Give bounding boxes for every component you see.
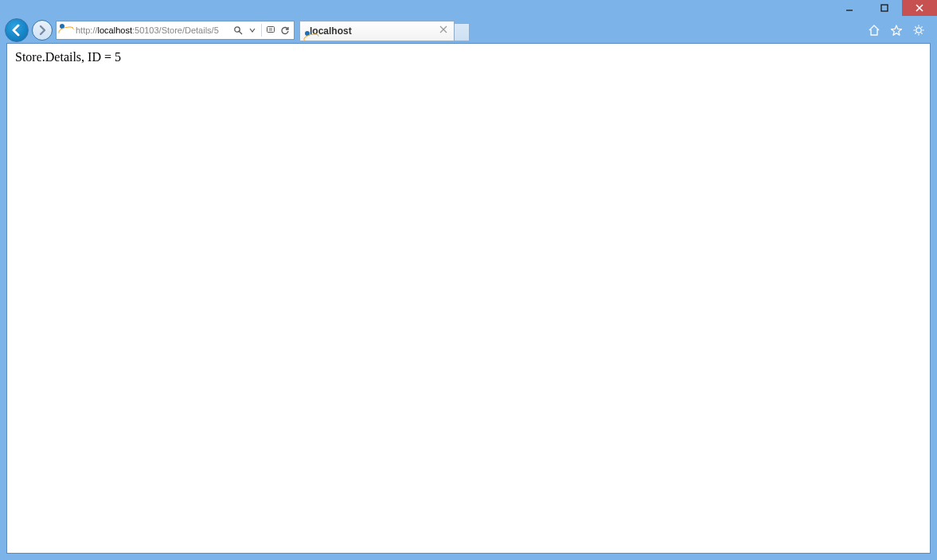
svg-line-11	[921, 33, 922, 33]
close-button[interactable]	[902, 0, 937, 16]
page-body-text: Store.Details, ID = 5	[15, 50, 121, 64]
tab-strip: localhost	[299, 20, 470, 41]
browser-menu-icons	[867, 23, 932, 37]
toolbar: http://localhost:50103/Store/Details/5	[0, 18, 937, 43]
svg-rect-4	[267, 27, 275, 33]
svg-point-5	[916, 28, 921, 33]
svg-line-3	[240, 32, 242, 34]
svg-rect-1	[881, 5, 888, 11]
address-bar[interactable]: http://localhost:50103/Store/Details/5	[56, 21, 295, 40]
tab-active[interactable]: localhost	[299, 21, 455, 41]
home-icon[interactable]	[867, 23, 881, 37]
separator	[261, 24, 262, 37]
url-text: http://localhost:50103/Store/Details/5	[76, 21, 229, 39]
title-bar	[0, 0, 937, 18]
browser-window: http://localhost:50103/Store/Details/5	[0, 0, 937, 560]
svg-line-10	[915, 26, 916, 27]
compatibility-icon[interactable]	[265, 25, 276, 36]
refresh-icon[interactable]	[279, 25, 291, 36]
back-button[interactable]	[5, 18, 29, 42]
tools-icon[interactable]	[912, 23, 926, 37]
search-icon[interactable]	[232, 25, 244, 36]
minimize-button[interactable]	[832, 0, 867, 16]
url-host: localhost	[98, 25, 132, 35]
url-prefix: http://	[76, 25, 98, 35]
url-rest: :50103/Store/Details/5	[132, 25, 219, 35]
favorites-icon[interactable]	[889, 23, 904, 37]
tab-close-button[interactable]	[438, 25, 449, 37]
dropdown-icon[interactable]	[247, 25, 258, 36]
ie-icon	[60, 24, 72, 37]
new-tab-button[interactable]	[454, 23, 470, 41]
window-controls	[832, 0, 937, 16]
svg-point-2	[235, 27, 240, 32]
address-bar-controls	[229, 21, 294, 39]
forward-button[interactable]	[32, 20, 53, 41]
svg-line-13	[915, 33, 916, 33]
svg-line-12	[921, 26, 922, 27]
maximize-button[interactable]	[867, 0, 902, 16]
page-viewport: Store.Details, ID = 5	[6, 43, 931, 554]
